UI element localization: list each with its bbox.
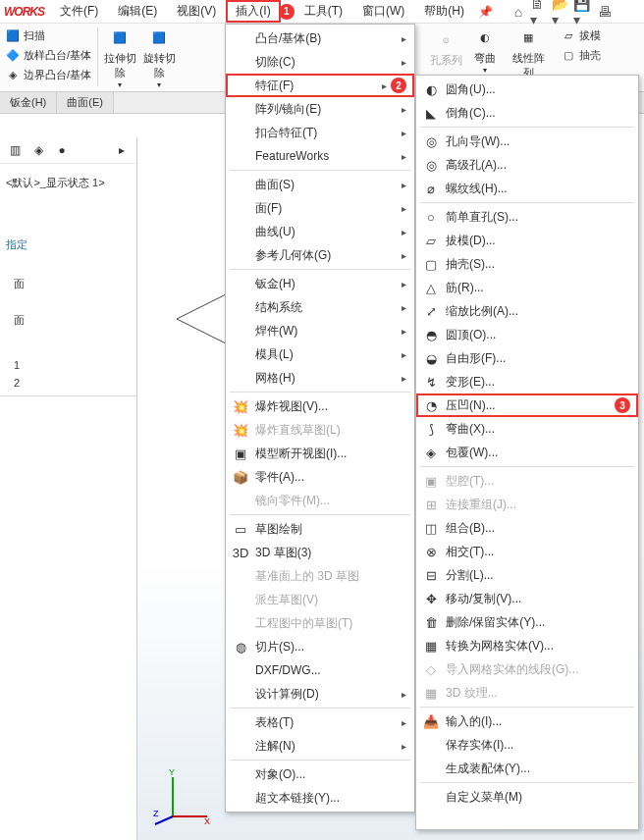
insert-menu-item-30[interactable]: DXF/DWG... <box>226 658 414 682</box>
feature-menu-item-10-icon: △ <box>420 278 442 297</box>
insert-menu-item-37[interactable]: 超文本链接(Y)... <box>226 786 414 810</box>
insert-menu-item-8-icon <box>230 198 251 218</box>
feature-menu-item-14[interactable]: ↯变形(E)... <box>416 370 638 394</box>
insert-menu-item-25-label: 3D 草图(3) <box>255 545 406 561</box>
new-icon[interactable]: 🗎▾ <box>530 2 550 22</box>
insert-menu-item-3[interactable]: 阵列/镜向(E) <box>226 97 414 121</box>
insert-menu-item-36[interactable]: 对象(O)... <box>226 762 414 786</box>
feature-menu-item-10[interactable]: △筋(R)... <box>416 276 638 299</box>
feature-menu-item-11[interactable]: ⤢缩放比例(A)... <box>416 299 638 323</box>
feature-menu-item-31[interactable]: 保存实体(I)... <box>416 733 638 757</box>
menu-file[interactable]: 文件(F) <box>50 0 108 23</box>
feature-menu-item-22[interactable]: ⊗相交(T)... <box>416 540 638 563</box>
ribbon-draft[interactable]: ▱拔模 <box>560 26 601 45</box>
insert-menu-item-0[interactable]: 凸台/基体(B) <box>226 26 414 50</box>
feature-menu-item-16[interactable]: ⟆弯曲(X)... <box>416 417 638 441</box>
insert-menu-item-15[interactable]: 模具(L) <box>226 342 414 366</box>
ribbon-loft[interactable]: 🔷放样凸台/基体 <box>4 45 91 65</box>
tab-sheetmetal[interactable]: 钣金(H) <box>0 92 57 113</box>
display-state[interactable]: <默认>_显示状态 1> <box>0 172 136 194</box>
open-icon[interactable]: 📂▾ <box>552 2 571 22</box>
print-icon[interactable]: 🖶 <box>595 2 615 22</box>
menu-tools[interactable]: 工具(T) <box>295 0 352 23</box>
insert-menu-item-28: 工程图中的草图(T) <box>226 611 414 635</box>
tab-surface[interactable]: 曲面(E) <box>57 92 114 113</box>
ribbon-boundary[interactable]: ◈边界凸台/基体 <box>4 65 91 84</box>
feature-menu-item-21[interactable]: ◫组合(B)... <box>416 516 638 540</box>
insert-menu-item-1[interactable]: 切除(C) <box>226 50 414 74</box>
insert-menu-item-13[interactable]: 结构系统 <box>226 295 414 319</box>
feature-menu-item-0[interactable]: ◐圆角(U)... <box>416 78 638 101</box>
feature-menu-item-8[interactable]: ▱拔模(D)... <box>416 229 638 252</box>
feature-menu-item-7[interactable]: ○简单直孔(S)... <box>416 205 638 229</box>
ribbon-revolve-cut[interactable]: 🟦旋转切除▾ <box>139 24 179 89</box>
ribbon-draft-label: 拔模 <box>579 28 601 43</box>
menu-insert[interactable]: 插入(I) <box>226 0 280 23</box>
menu-window[interactable]: 窗口(W) <box>352 0 414 23</box>
tree-item-1[interactable]: 1 <box>0 356 136 374</box>
feature-menu-item-9[interactable]: ▢抽壳(S)... <box>416 252 638 276</box>
pin-icon[interactable]: 📌 <box>478 5 493 19</box>
insert-menu-item-12[interactable]: 钣金(H) <box>226 272 414 295</box>
feature-menu-item-32-icon <box>420 759 442 778</box>
ribbon-extrude-cut[interactable]: 🟦拉伸切除▾ <box>100 24 139 89</box>
insert-menu-item-29-label: 切片(S)... <box>255 639 406 656</box>
ribbon-scan[interactable]: 🟦扫描 <box>4 26 91 45</box>
feature-menu-sep-18 <box>420 466 634 467</box>
insert-menu-item-2[interactable]: 特征(F)2 <box>226 74 414 97</box>
insert-menu-item-34[interactable]: 注解(N) <box>226 734 414 758</box>
feature-menu-item-4[interactable]: ◎高级孔(A)... <box>416 153 638 177</box>
feature-menu-item-34[interactable]: 自定义菜单(M) <box>416 785 638 809</box>
svg-text:Y: Y <box>169 767 175 777</box>
ribbon-wrap[interactable]: ◐弯曲▾ <box>465 24 505 75</box>
menu-view[interactable]: 视图(V) <box>167 0 226 23</box>
feature-menu-item-5[interactable]: ⌀螺纹线(H)... <box>416 177 638 200</box>
insert-menu-item-3-icon <box>230 99 251 119</box>
feature-menu-item-1[interactable]: ◣倒角(C)... <box>416 101 638 125</box>
feature-menu-item-34-icon <box>420 787 442 807</box>
feature-menu-item-13[interactable]: ◒自由形(F)... <box>416 346 638 370</box>
insert-menu-item-31[interactable]: 设计算例(D) <box>226 682 414 706</box>
ribbon-shell[interactable]: ▢抽壳 <box>560 45 601 65</box>
feature-menu-item-15[interactable]: ◔压凹(N)...3 <box>416 394 638 417</box>
feature-menu-item-12[interactable]: ◓圆顶(O)... <box>416 323 638 346</box>
feature-menu-item-17[interactable]: ◈包覆(W)... <box>416 441 638 464</box>
insert-menu-item-10[interactable]: 参考几何体(G) <box>226 243 414 267</box>
feature-menu-item-3[interactable]: ◎孔向导(W)... <box>416 130 638 153</box>
feature-menu-item-31-label: 保存实体(I)... <box>446 737 630 754</box>
insert-menu-item-33-label: 表格(T) <box>255 714 394 731</box>
feature-menu-item-24[interactable]: ✥移动/复制(V)... <box>416 587 638 610</box>
insert-menu-item-16[interactable]: 网格(H) <box>226 366 414 390</box>
config-tab-icon[interactable]: ◈ <box>29 141 47 159</box>
insert-menu-item-24[interactable]: ▭草图绘制 <box>226 517 414 541</box>
menu-help[interactable]: 帮助(H) <box>414 0 474 23</box>
insert-menu-item-9-icon <box>230 222 251 241</box>
insert-menu-item-8[interactable]: 面(F) <box>226 196 414 220</box>
insert-menu-item-9[interactable]: 曲线(U) <box>226 220 414 243</box>
insert-menu-item-18[interactable]: 💥爆炸视图(V)... <box>226 394 414 418</box>
insert-menu-item-4[interactable]: 扣合特征(T) <box>226 121 414 144</box>
insert-menu-item-5[interactable]: FeatureWorks <box>226 144 414 168</box>
feature-menu-item-23[interactable]: ⊟分割(L)... <box>416 563 638 587</box>
tree-surface-2[interactable]: 面 <box>0 310 136 331</box>
tree-tab-icon[interactable]: ▥ <box>6 141 24 159</box>
feature-menu-item-9-icon: ▢ <box>420 254 442 274</box>
feature-menu-item-25[interactable]: 🗑删除/保留实体(Y)... <box>416 610 638 634</box>
menu-edit[interactable]: 编辑(E) <box>108 0 167 23</box>
flyout-icon[interactable]: ▸ <box>113 141 131 159</box>
insert-menu-item-25[interactable]: 3D3D 草图(3) <box>226 541 414 564</box>
insert-menu-item-14[interactable]: 焊件(W) <box>226 319 414 342</box>
insert-menu-item-7[interactable]: 曲面(S) <box>226 173 414 196</box>
insert-menu-item-33[interactable]: 表格(T) <box>226 710 414 734</box>
insert-menu-item-29[interactable]: ◍切片(S)... <box>226 635 414 658</box>
feature-menu-item-26[interactable]: ▦转换为网格实体(V)... <box>416 634 638 657</box>
feature-menu-item-30[interactable]: 📥输入的(I)... <box>416 709 638 733</box>
insert-menu-item-20[interactable]: ▣模型断开视图(I)... <box>226 442 414 465</box>
tree-surface-1[interactable]: 面 <box>0 274 136 294</box>
home-icon[interactable]: ⌂ <box>509 2 528 22</box>
insert-menu-item-21[interactable]: 📦零件(A)... <box>226 465 414 489</box>
appearance-tab-icon[interactable]: ● <box>53 141 71 159</box>
tree-item-2[interactable]: 2 <box>0 374 136 392</box>
feature-menu-item-32[interactable]: 生成装配体(Y)... <box>416 757 638 780</box>
save-icon[interactable]: 💾▾ <box>573 2 593 22</box>
